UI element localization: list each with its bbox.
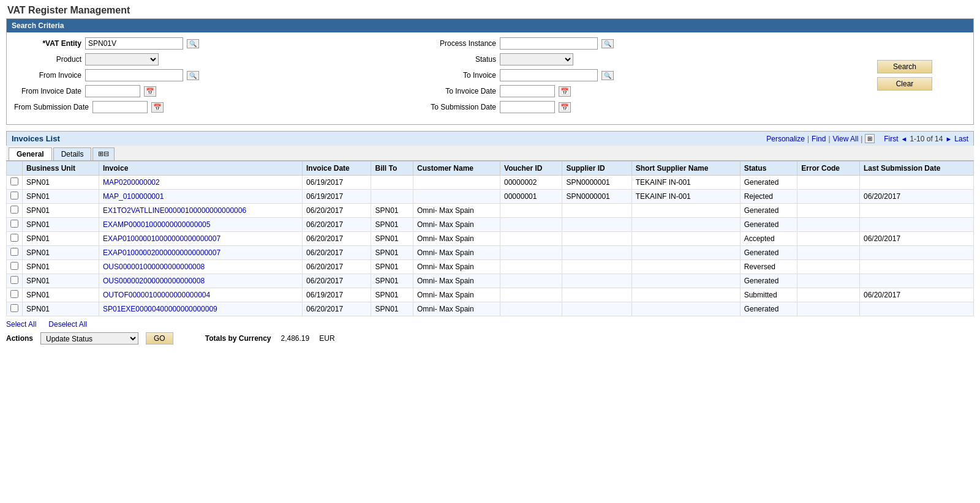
from-submission-date-cal-btn[interactable]: 📅: [151, 102, 164, 113]
cell-bill-to: SPN01: [371, 260, 413, 274]
process-instance-input[interactable]: [500, 37, 598, 50]
row-checkbox[interactable]: [10, 262, 18, 270]
invoice-link[interactable]: SP01EXE00000400000000000009: [103, 305, 217, 313]
cell-short-supplier-name: TEKAINF IN-001: [631, 176, 740, 190]
from-invoice-lookup-btn[interactable]: 🔍: [187, 71, 199, 80]
cell-invoice-date: 06/20/2017: [303, 260, 371, 274]
status-select[interactable]: [500, 53, 573, 65]
first-link[interactable]: First: [884, 135, 898, 143]
view-all-link[interactable]: View All: [833, 135, 859, 143]
tab-details[interactable]: Details: [53, 147, 92, 160]
process-instance-label: Process Instance: [429, 39, 496, 48]
to-submission-date-cal-btn[interactable]: 📅: [559, 102, 571, 113]
table-row: SPN01 EX1TO2VATLLINE00000100000000000006…: [7, 204, 974, 218]
cell-business-unit: SPN01: [23, 190, 99, 204]
col-invoice-date: Invoice Date: [303, 162, 371, 176]
to-invoice-date-cal-btn[interactable]: 📅: [559, 86, 571, 97]
invoice-link[interactable]: OUS000001000000000000008: [103, 263, 205, 271]
cell-supplier-id: [562, 204, 631, 218]
search-button[interactable]: Search: [877, 60, 932, 73]
row-checkbox[interactable]: [10, 192, 18, 199]
totals-value: 2,486.19: [281, 334, 310, 343]
row-checkbox[interactable]: [10, 248, 18, 256]
row-checkbox[interactable]: [10, 206, 18, 214]
row-checkbox[interactable]: [10, 290, 18, 298]
row-checkbox[interactable]: [10, 234, 18, 242]
cell-bill-to: SPN01: [371, 274, 413, 288]
cell-invoice: EXAP010000010000000000000007: [99, 232, 302, 246]
cell-business-unit: SPN01: [23, 288, 99, 302]
from-invoice-date-input[interactable]: [85, 85, 140, 97]
cell-invoice-date: 06/20/2017: [303, 246, 371, 260]
row-checkbox[interactable]: [10, 220, 18, 228]
invoices-navigation: Personalize | Find | View All | ⊞ First …: [766, 134, 968, 143]
cell-last-submission-date: 06/20/2017: [860, 288, 974, 302]
cell-supplier-id: [562, 246, 631, 260]
cell-short-supplier-name: [631, 302, 740, 316]
cell-invoice: EXAMP00001000000000000005: [99, 218, 302, 232]
actions-label: Actions: [6, 334, 33, 343]
cell-business-unit: SPN01: [23, 260, 99, 274]
invoice-link[interactable]: MAP_0100000001: [103, 192, 164, 201]
cell-short-supplier-name: [631, 260, 740, 274]
process-instance-lookup-btn[interactable]: 🔍: [601, 39, 614, 48]
row-checkbox[interactable]: [10, 177, 18, 185]
cell-last-submission-date: [860, 246, 974, 260]
cell-business-unit: SPN01: [23, 204, 99, 218]
invoice-link[interactable]: OUTOF00000100000000000004: [103, 291, 210, 299]
col-voucher-id: Voucher ID: [500, 162, 562, 176]
from-invoice-input[interactable]: [85, 69, 183, 81]
find-link[interactable]: Find: [812, 135, 826, 143]
cell-error-code: [797, 232, 860, 246]
next-arrow[interactable]: ►: [945, 135, 952, 143]
actions-select[interactable]: Update Status: [40, 332, 138, 345]
vat-entity-lookup-btn[interactable]: 🔍: [187, 39, 199, 48]
product-label: Product: [14, 55, 81, 64]
invoice-link[interactable]: EXAP010000020000000000000007: [103, 248, 221, 257]
row-checkbox[interactable]: [10, 276, 18, 284]
cell-invoice-date: 06/20/2017: [303, 274, 371, 288]
invoices-list-header: Invoices List Personalize | Find | View …: [6, 131, 974, 146]
last-link[interactable]: Last: [954, 135, 968, 143]
product-select[interactable]: [85, 53, 159, 65]
personalize-link[interactable]: Personalize: [766, 135, 805, 143]
cell-bill-to: SPN01: [371, 204, 413, 218]
tab-icon-btn[interactable]: ⊞⊟: [92, 147, 115, 160]
from-invoice-date-label: From Invoice Date: [14, 87, 81, 95]
cell-bill-to: [371, 176, 413, 190]
col-status: Status: [740, 162, 797, 176]
cell-voucher-id: [500, 204, 562, 218]
vat-entity-label: *VAT Entity: [14, 39, 81, 48]
to-submission-date-input[interactable]: [500, 101, 555, 113]
invoice-link[interactable]: MAP0200000002: [103, 178, 160, 187]
invoice-link[interactable]: EXAMP00001000000000000005: [103, 220, 211, 229]
select-all-link[interactable]: Select All: [6, 320, 36, 329]
cell-error-code: [797, 288, 860, 302]
prev-arrow[interactable]: ◄: [900, 135, 907, 143]
cell-business-unit: SPN01: [23, 218, 99, 232]
cell-invoice: EXAP010000020000000000000007: [99, 246, 302, 260]
to-invoice-date-input[interactable]: [500, 85, 555, 97]
grid-view-btn[interactable]: ⊞: [865, 134, 875, 143]
go-button[interactable]: GO: [146, 332, 173, 345]
deselect-all-link[interactable]: Deselect All: [48, 320, 87, 329]
cell-invoice: EX1TO2VATLLINE00000100000000000006: [99, 204, 302, 218]
page-info: 1-10 of 14: [910, 135, 943, 143]
cell-error-code: [797, 260, 860, 274]
cell-business-unit: SPN01: [23, 302, 99, 316]
invoice-link[interactable]: EXAP010000010000000000000007: [103, 234, 221, 243]
clear-button[interactable]: Clear: [877, 77, 932, 91]
to-invoice-input[interactable]: [500, 69, 598, 81]
invoice-link[interactable]: EX1TO2VATLLINE00000100000000000006: [103, 206, 246, 215]
vat-entity-input[interactable]: [85, 37, 183, 50]
cell-invoice-date: 06/19/2017: [303, 176, 371, 190]
row-checkbox[interactable]: [10, 304, 18, 312]
cell-customer-name: Omni- Max Spain: [413, 260, 500, 274]
tab-general[interactable]: General: [9, 147, 52, 160]
to-invoice-lookup-btn[interactable]: 🔍: [601, 71, 614, 80]
from-submission-date-input[interactable]: [92, 101, 148, 113]
cell-status: Generated: [740, 204, 797, 218]
invoice-link[interactable]: OUS000002000000000000008: [103, 277, 205, 285]
from-invoice-date-cal-btn[interactable]: 📅: [144, 86, 156, 97]
status-label: Status: [429, 55, 496, 64]
